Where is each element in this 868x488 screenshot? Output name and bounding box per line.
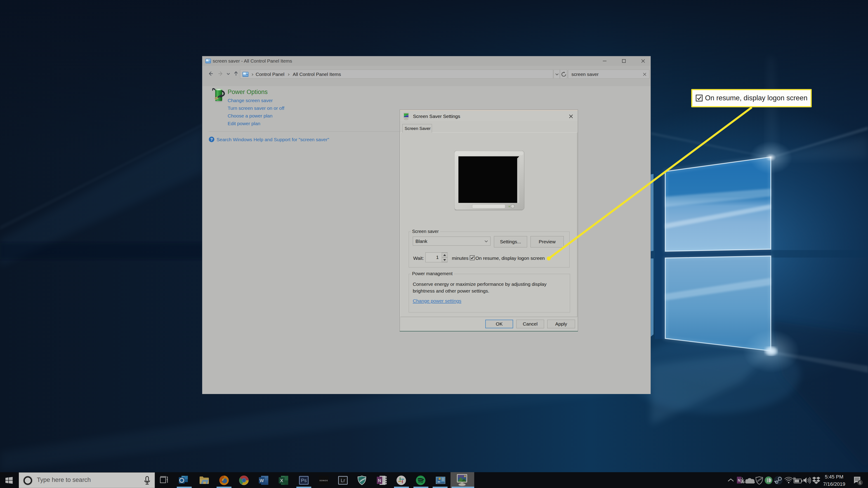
svg-text:6: 6	[859, 481, 861, 485]
svg-text:SONOS: SONOS	[319, 480, 328, 482]
svg-text:Lr: Lr	[341, 478, 345, 483]
svg-text:W: W	[260, 478, 264, 483]
svg-text:X: X	[280, 478, 283, 483]
svg-text:N: N	[378, 478, 381, 483]
svg-text:Ps: Ps	[301, 478, 307, 483]
svg-text:N: N	[738, 479, 741, 482]
svg-text:?: ?	[211, 137, 213, 142]
